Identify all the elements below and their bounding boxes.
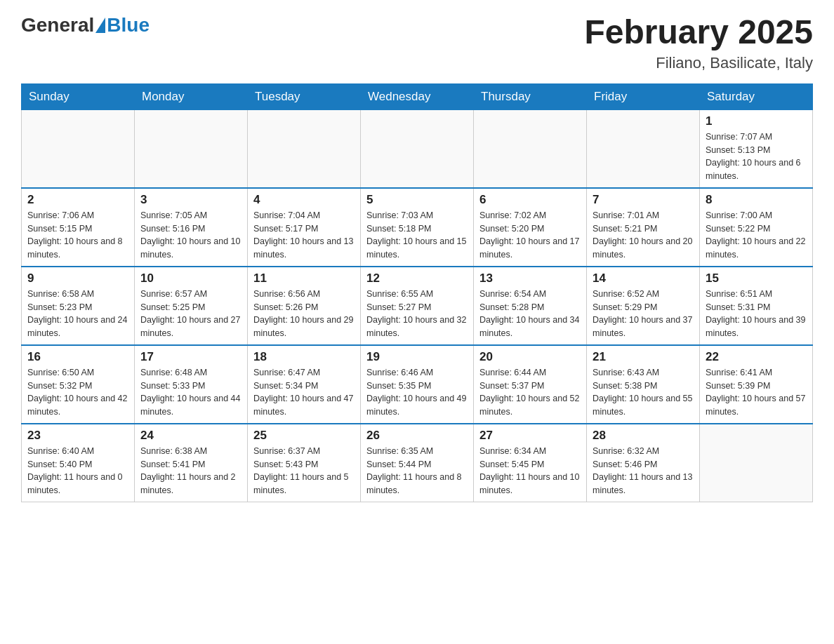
day-info: Sunrise: 6:56 AMSunset: 5:26 PMDaylight:… [253, 288, 355, 340]
day-info: Sunrise: 7:04 AMSunset: 5:17 PMDaylight:… [253, 209, 355, 262]
calendar-cell [474, 109, 587, 188]
calendar-cell: 4Sunrise: 7:04 AMSunset: 5:17 PMDaylight… [248, 188, 361, 267]
logo-blue-text: Blue [107, 14, 150, 36]
day-number: 4 [253, 193, 355, 207]
calendar-cell: 14Sunrise: 6:52 AMSunset: 5:29 PMDayligh… [587, 267, 700, 345]
location-title: Filiano, Basilicate, Italy [584, 54, 813, 72]
day-info: Sunrise: 6:34 AMSunset: 5:45 PMDaylight:… [479, 445, 581, 497]
day-number: 21 [593, 350, 694, 364]
day-info: Sunrise: 6:37 AMSunset: 5:43 PMDaylight:… [253, 445, 355, 497]
week-row-5: 23Sunrise: 6:40 AMSunset: 5:40 PMDayligh… [22, 424, 813, 502]
calendar-cell: 5Sunrise: 7:03 AMSunset: 5:18 PMDaylight… [361, 188, 474, 267]
calendar-cell: 7Sunrise: 7:01 AMSunset: 5:21 PMDaylight… [587, 188, 700, 267]
month-title: February 2025 [584, 14, 813, 51]
day-info: Sunrise: 6:58 AMSunset: 5:23 PMDaylight:… [27, 288, 128, 340]
calendar-cell: 17Sunrise: 6:48 AMSunset: 5:33 PMDayligh… [135, 345, 248, 424]
calendar-cell [22, 109, 135, 188]
day-info: Sunrise: 7:02 AMSunset: 5:20 PMDaylight:… [479, 209, 581, 262]
day-number: 5 [366, 193, 468, 207]
day-info: Sunrise: 7:07 AMSunset: 5:13 PMDaylight:… [706, 130, 807, 183]
calendar-cell: 26Sunrise: 6:35 AMSunset: 5:44 PMDayligh… [361, 424, 474, 502]
calendar-cell [361, 109, 474, 188]
day-number: 7 [593, 193, 694, 207]
day-info: Sunrise: 7:03 AMSunset: 5:18 PMDaylight:… [366, 209, 468, 262]
day-info: Sunrise: 6:50 AMSunset: 5:32 PMDaylight:… [27, 366, 128, 419]
day-info: Sunrise: 6:44 AMSunset: 5:37 PMDaylight:… [479, 366, 581, 419]
day-number: 9 [27, 271, 128, 286]
day-info: Sunrise: 6:48 AMSunset: 5:33 PMDaylight:… [140, 366, 241, 419]
day-info: Sunrise: 7:00 AMSunset: 5:22 PMDaylight:… [706, 209, 807, 262]
day-number: 13 [479, 271, 581, 286]
calendar-cell: 15Sunrise: 6:51 AMSunset: 5:31 PMDayligh… [700, 267, 813, 345]
day-number: 12 [366, 271, 468, 286]
day-number: 15 [706, 271, 807, 286]
day-info: Sunrise: 6:57 AMSunset: 5:25 PMDaylight:… [140, 288, 241, 340]
col-friday: Friday [587, 83, 700, 109]
day-number: 6 [479, 193, 581, 207]
logo: General Blue [21, 14, 150, 36]
day-info: Sunrise: 6:40 AMSunset: 5:40 PMDaylight:… [27, 445, 128, 497]
title-section: February 2025 Filiano, Basilicate, Italy [584, 14, 813, 72]
col-sunday: Sunday [22, 83, 135, 109]
day-info: Sunrise: 6:51 AMSunset: 5:31 PMDaylight:… [706, 288, 807, 340]
day-info: Sunrise: 6:54 AMSunset: 5:28 PMDaylight:… [479, 288, 581, 340]
week-row-3: 9Sunrise: 6:58 AMSunset: 5:23 PMDaylight… [22, 267, 813, 345]
calendar-header-row: Sunday Monday Tuesday Wednesday Thursday… [22, 83, 813, 109]
day-number: 16 [27, 350, 128, 364]
calendar-cell: 25Sunrise: 6:37 AMSunset: 5:43 PMDayligh… [248, 424, 361, 502]
calendar-cell: 23Sunrise: 6:40 AMSunset: 5:40 PMDayligh… [22, 424, 135, 502]
calendar-cell: 8Sunrise: 7:00 AMSunset: 5:22 PMDaylight… [700, 188, 813, 267]
col-saturday: Saturday [700, 83, 813, 109]
day-number: 20 [479, 350, 581, 364]
day-number: 10 [140, 271, 241, 286]
day-info: Sunrise: 7:06 AMSunset: 5:15 PMDaylight:… [27, 209, 128, 262]
calendar-cell: 11Sunrise: 6:56 AMSunset: 5:26 PMDayligh… [248, 267, 361, 345]
day-info: Sunrise: 6:47 AMSunset: 5:34 PMDaylight:… [253, 366, 355, 419]
day-info: Sunrise: 6:38 AMSunset: 5:41 PMDaylight:… [140, 445, 241, 497]
day-info: Sunrise: 6:35 AMSunset: 5:44 PMDaylight:… [366, 445, 468, 497]
calendar-cell [700, 424, 813, 502]
day-number: 8 [706, 193, 807, 207]
page-header: General Blue February 2025 Filiano, Basi… [21, 14, 813, 72]
day-number: 25 [253, 429, 355, 443]
day-number: 3 [140, 193, 241, 207]
day-info: Sunrise: 6:55 AMSunset: 5:27 PMDaylight:… [366, 288, 468, 340]
week-row-1: 1Sunrise: 7:07 AMSunset: 5:13 PMDaylight… [22, 109, 813, 188]
calendar-cell: 27Sunrise: 6:34 AMSunset: 5:45 PMDayligh… [474, 424, 587, 502]
day-info: Sunrise: 6:52 AMSunset: 5:29 PMDaylight:… [593, 288, 694, 340]
calendar-cell: 10Sunrise: 6:57 AMSunset: 5:25 PMDayligh… [135, 267, 248, 345]
day-number: 23 [27, 429, 128, 443]
calendar-cell: 2Sunrise: 7:06 AMSunset: 5:15 PMDaylight… [22, 188, 135, 267]
col-wednesday: Wednesday [361, 83, 474, 109]
calendar-cell: 12Sunrise: 6:55 AMSunset: 5:27 PMDayligh… [361, 267, 474, 345]
calendar-cell: 19Sunrise: 6:46 AMSunset: 5:35 PMDayligh… [361, 345, 474, 424]
day-number: 19 [366, 350, 468, 364]
calendar-cell: 16Sunrise: 6:50 AMSunset: 5:32 PMDayligh… [22, 345, 135, 424]
week-row-4: 16Sunrise: 6:50 AMSunset: 5:32 PMDayligh… [22, 345, 813, 424]
day-info: Sunrise: 6:41 AMSunset: 5:39 PMDaylight:… [706, 366, 807, 419]
calendar-cell: 3Sunrise: 7:05 AMSunset: 5:16 PMDaylight… [135, 188, 248, 267]
col-tuesday: Tuesday [248, 83, 361, 109]
day-number: 1 [706, 114, 807, 128]
day-number: 14 [593, 271, 694, 286]
day-number: 27 [479, 429, 581, 443]
col-monday: Monday [135, 83, 248, 109]
day-info: Sunrise: 7:05 AMSunset: 5:16 PMDaylight:… [140, 209, 241, 262]
day-number: 26 [366, 429, 468, 443]
day-number: 11 [253, 271, 355, 286]
day-info: Sunrise: 6:46 AMSunset: 5:35 PMDaylight:… [366, 366, 468, 419]
calendar-cell: 28Sunrise: 6:32 AMSunset: 5:46 PMDayligh… [587, 424, 700, 502]
calendar-cell: 1Sunrise: 7:07 AMSunset: 5:13 PMDaylight… [700, 109, 813, 188]
calendar-cell: 13Sunrise: 6:54 AMSunset: 5:28 PMDayligh… [474, 267, 587, 345]
calendar-cell [248, 109, 361, 188]
calendar-cell [587, 109, 700, 188]
day-number: 18 [253, 350, 355, 364]
logo-triangle-icon [95, 18, 105, 33]
day-info: Sunrise: 7:01 AMSunset: 5:21 PMDaylight:… [593, 209, 694, 262]
day-number: 28 [593, 429, 694, 443]
calendar-cell: 9Sunrise: 6:58 AMSunset: 5:23 PMDaylight… [22, 267, 135, 345]
day-number: 22 [706, 350, 807, 364]
calendar-cell [135, 109, 248, 188]
calendar-table: Sunday Monday Tuesday Wednesday Thursday… [21, 83, 813, 502]
day-number: 17 [140, 350, 241, 364]
